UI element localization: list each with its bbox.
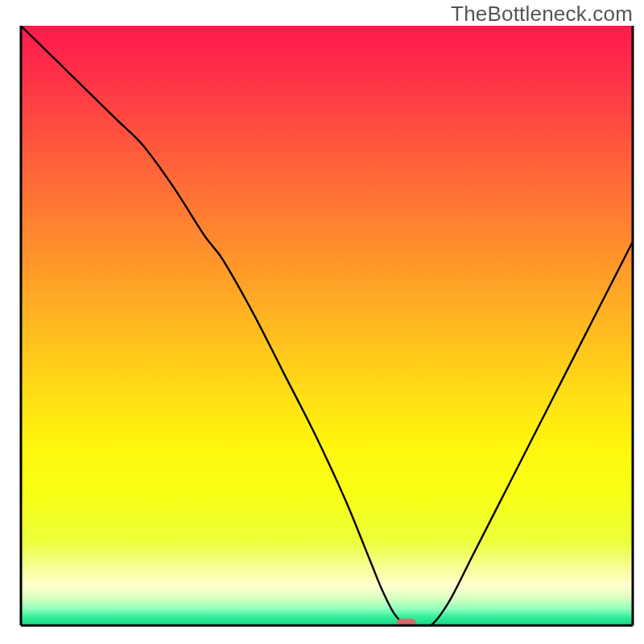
bottleneck-chart (0, 0, 644, 644)
chart-container: TheBottleneck.com (0, 0, 644, 644)
plot-area (21, 26, 633, 630)
watermark-text: TheBottleneck.com (451, 2, 633, 27)
optimal-marker (397, 619, 416, 630)
